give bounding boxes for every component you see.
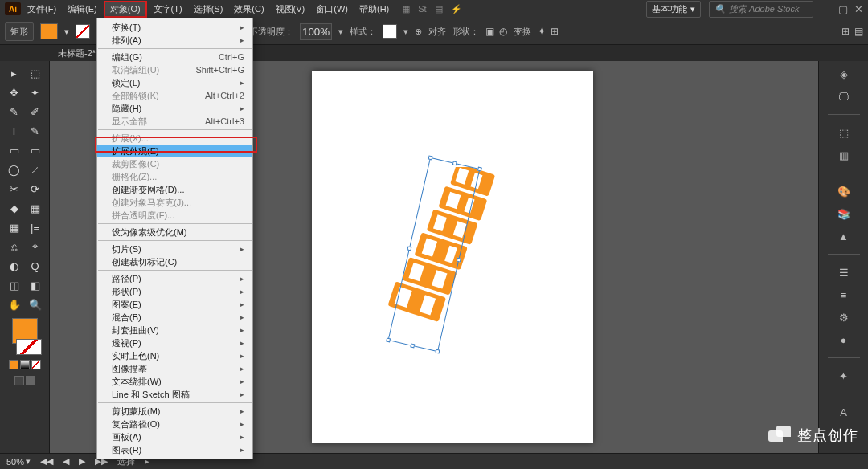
curvature-tool[interactable]: ✐ [26, 103, 45, 120]
menu-view[interactable]: 视图(V) [271, 1, 310, 18]
no-stroke-swatch[interactable] [76, 24, 90, 39]
menu-item[interactable]: 复合路径(O) [97, 418, 252, 430]
zoom-tool[interactable]: 🔍 [26, 296, 45, 313]
lasso-tool[interactable]: ✦ [26, 84, 45, 101]
type-tool[interactable]: T [5, 122, 24, 140]
chevron-down-icon[interactable]: ▾ [338, 27, 343, 37]
menu-item[interactable]: 切片(S) [97, 243, 252, 255]
gradient-panel-icon[interactable]: ⚙ [833, 308, 854, 327]
style-swatch[interactable] [383, 24, 397, 39]
shape-unite-icon[interactable]: ▣ [485, 26, 494, 37]
fill-swatch[interactable] [40, 23, 58, 39]
gradient-tool[interactable]: ◐ [5, 257, 24, 275]
menu-item[interactable]: 透视(P) [97, 336, 252, 349]
transform-each-icon[interactable]: ⊞ [551, 26, 559, 37]
workspace-switcher[interactable]: 基本功能 ▾ [646, 1, 701, 18]
window-maximize-button[interactable]: ▢ [838, 3, 848, 15]
menu-item[interactable]: 锁定(L) [97, 76, 252, 89]
menu-effect[interactable]: 效果(C) [229, 1, 268, 18]
menu-item[interactable]: 扩展外观(E) [97, 145, 252, 157]
brush-tool[interactable]: ◯ [5, 161, 24, 178]
menu-item[interactable]: 设为像素级优化(M) [97, 226, 252, 239]
symbol-sprayer-tool[interactable]: ◧ [26, 276, 45, 294]
chevron-down-icon[interactable]: ▾ [64, 27, 69, 37]
brushes-panel-icon[interactable]: ≡ [833, 285, 854, 304]
transform-label[interactable]: 变换 [514, 26, 531, 38]
perspective-tool[interactable]: ⎌ [5, 238, 24, 255]
menu-item[interactable]: 创建裁切标记(C) [97, 255, 252, 268]
globe-icon[interactable]: ⊕ [415, 27, 422, 37]
adobe-stock-search[interactable]: 🔍 搜索 Adobe Stock [709, 1, 813, 18]
stock-icon[interactable]: St [418, 4, 426, 14]
cc-libraries-icon[interactable]: 🖵 [833, 87, 854, 106]
menu-item[interactable]: 变换(T) [97, 21, 252, 34]
menu-item[interactable]: 图案(E) [97, 298, 252, 311]
eyedropper-tool[interactable]: Q [26, 257, 45, 275]
artboard[interactable] [312, 71, 593, 443]
menu-item[interactable]: 创建渐变网格(D)... [97, 183, 252, 196]
width-tool[interactable]: ▦ [26, 199, 45, 217]
artboards-panel-icon[interactable]: ⬚ [833, 123, 854, 142]
free-transform-tool[interactable]: ▦ [5, 218, 24, 236]
properties-panel-icon[interactable]: ◈ [833, 64, 854, 84]
menu-item[interactable]: Line 和 Sketch 图稿 [97, 388, 252, 401]
chevron-down-icon[interactable]: ▾ [26, 456, 31, 467]
symbols-panel-icon[interactable]: ✦ [833, 366, 854, 385]
menu-item[interactable]: 形状(P) [97, 285, 252, 298]
rectangle-tool[interactable]: ▭ [5, 141, 24, 159]
arrange-docs-icon[interactable]: ▤ [435, 4, 443, 14]
nav-prev-one-icon[interactable]: ◀ [63, 456, 69, 467]
opacity-input[interactable] [300, 23, 332, 40]
artboard-tool[interactable]: ✋ [5, 296, 24, 313]
isolate-icon[interactable]: ✦ [538, 26, 546, 37]
menu-item[interactable]: 路径(P) [97, 272, 252, 285]
pencil-tool[interactable]: ⟋ [26, 161, 45, 178]
touch-type-tool[interactable]: ✎ [26, 122, 45, 140]
menu-object[interactable]: 对象(O) [104, 1, 147, 18]
zoom-level[interactable]: 50% [6, 457, 24, 467]
swatches-panel-icon[interactable]: 📚 [833, 204, 854, 223]
mesh-tool[interactable]: ⌖ [26, 238, 45, 255]
chevron-down-icon[interactable]: ▾ [403, 27, 408, 37]
gpu-icon[interactable]: ⚡ [451, 4, 462, 14]
character-panel-icon[interactable]: A [833, 402, 854, 422]
stroke-indicator[interactable] [16, 339, 42, 355]
prefs-icon[interactable]: ⊞ [841, 26, 850, 37]
bridge-icon[interactable]: ▦ [402, 4, 410, 14]
menu-select[interactable]: 选择(S) [189, 1, 228, 18]
magic-wand-tool[interactable]: ✥ [5, 84, 24, 101]
menu-item[interactable]: 画板(A) [97, 430, 252, 443]
panel-menu-icon[interactable]: ▤ [854, 26, 863, 37]
selection-tool[interactable]: ▸ [5, 64, 24, 82]
menu-type[interactable]: 文字(T) [149, 1, 187, 18]
line-tool[interactable]: ▭ [26, 141, 45, 159]
scale-tool[interactable]: ◆ [5, 199, 24, 217]
menu-item[interactable]: 剪切蒙版(M) [97, 405, 252, 418]
shape-props-label[interactable]: 形状： [452, 26, 479, 38]
menu-item[interactable]: 编组(G)Ctrl+G [97, 51, 252, 63]
screen-mode-toggles[interactable] [14, 376, 35, 385]
menu-item[interactable]: 隐藏(H) [97, 102, 252, 115]
nav-next-one-icon[interactable]: ▶ [79, 456, 85, 467]
layers-panel-icon[interactable]: ▥ [833, 145, 854, 165]
eraser-tool[interactable]: ✂ [5, 180, 24, 198]
shape-corner-icon[interactable]: ◴ [499, 26, 507, 37]
menu-help[interactable]: 帮助(H) [354, 1, 394, 18]
menu-item[interactable]: 封套扭曲(V) [97, 324, 252, 336]
stroke-panel-icon[interactable]: ☰ [833, 263, 854, 282]
menu-edit[interactable]: 编辑(E) [63, 1, 102, 18]
window-minimize-button[interactable]: — [821, 3, 832, 15]
direct-selection-tool[interactable]: ⬚ [26, 64, 45, 82]
color-panel-icon[interactable]: 🎨 [833, 181, 854, 201]
window-close-button[interactable]: ✕ [854, 3, 863, 15]
blend-tool[interactable]: ◫ [5, 276, 24, 294]
menu-item[interactable]: 实时上色(N) [97, 349, 252, 362]
menu-item[interactable]: 图表(R) [97, 443, 252, 456]
menu-item[interactable]: 排列(A) [97, 34, 252, 47]
menu-file[interactable]: 文件(F) [23, 1, 61, 18]
nav-prev-icon[interactable]: ◀◀ [40, 456, 53, 467]
shape-builder-tool[interactable]: |≡ [26, 218, 45, 236]
menu-item[interactable]: 混合(B) [97, 311, 252, 324]
color-mode-toggles[interactable] [9, 360, 41, 369]
pen-tool[interactable]: ✎ [5, 103, 24, 120]
